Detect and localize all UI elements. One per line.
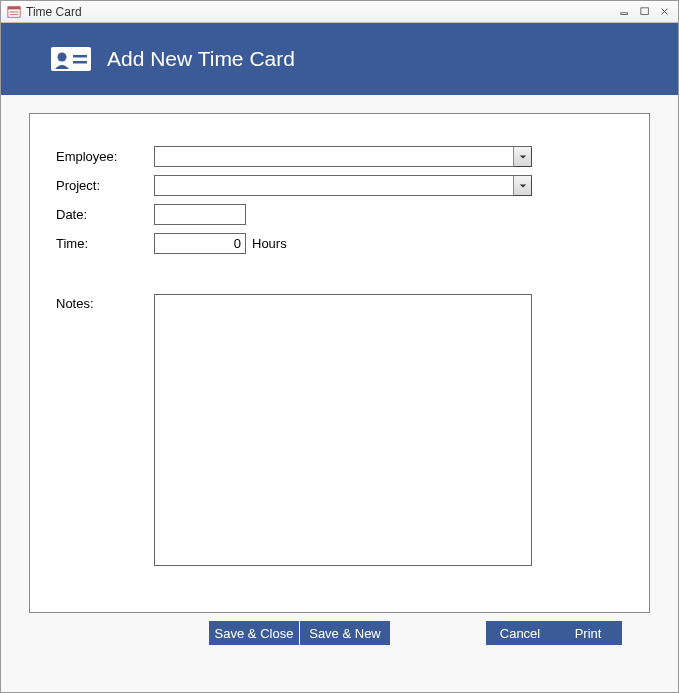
id-card-icon [51,45,91,73]
date-field[interactable] [154,204,246,225]
svg-rect-4 [621,12,628,14]
page-title: Add New Time Card [107,47,295,71]
project-label: Project: [56,178,154,193]
chevron-down-icon[interactable] [513,176,531,195]
notes-field[interactable] [154,294,532,566]
print-button[interactable]: Print [554,621,622,645]
form-panel: Employee: Project: Date: [29,113,650,613]
chevron-down-icon[interactable] [513,147,531,166]
cancel-button[interactable]: Cancel [486,621,554,645]
maximize-icon[interactable] [638,6,652,18]
svg-rect-5 [641,7,649,14]
svg-rect-10 [73,55,87,58]
banner: Add New Time Card [1,23,678,95]
employee-combo[interactable] [154,146,532,167]
title-bar: Time Card [1,1,678,23]
time-value: 0 [234,236,241,251]
svg-point-9 [58,53,67,62]
window-title: Time Card [26,5,82,19]
time-field[interactable]: 0 [154,233,246,254]
employee-label: Employee: [56,149,154,164]
svg-rect-1 [8,6,20,9]
save-new-button[interactable]: Save & New [300,621,390,645]
save-close-button[interactable]: Save & Close [209,621,299,645]
time-unit-label: Hours [252,236,287,251]
project-combo[interactable] [154,175,532,196]
time-label: Time: [56,236,154,251]
close-icon[interactable] [658,6,672,18]
date-label: Date: [56,207,154,222]
action-bar: Save & Close Save & New Cancel Print [1,613,678,645]
form-icon [7,5,21,19]
svg-rect-11 [73,61,87,64]
minimize-icon[interactable] [618,6,632,18]
notes-label: Notes: [56,294,154,311]
